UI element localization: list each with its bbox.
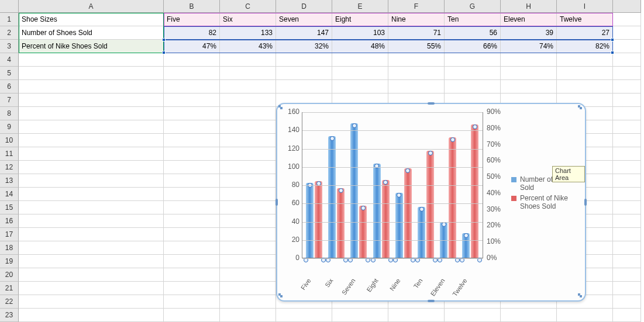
column-header[interactable]: C: [220, 0, 276, 13]
row-header[interactable]: 1: [0, 13, 19, 26]
row-header[interactable]: 5: [0, 67, 19, 80]
cell[interactable]: [19, 120, 164, 134]
row-header[interactable]: 2: [0, 26, 19, 40]
cell[interactable]: [164, 80, 220, 94]
row-header[interactable]: 13: [0, 174, 19, 188]
cell[interactable]: [220, 309, 276, 322]
cell-category[interactable]: Six: [220, 13, 276, 26]
bar-series2[interactable]: [337, 188, 345, 258]
cell[interactable]: [164, 214, 220, 228]
cell[interactable]: [220, 255, 276, 268]
cell[interactable]: [19, 214, 164, 228]
cell-value[interactable]: 48%: [332, 40, 388, 53]
legend-item[interactable]: Percent of Nike Shoes Sold: [511, 194, 584, 210]
bar-series2[interactable]: [315, 181, 322, 258]
row-header[interactable]: 22: [0, 295, 19, 309]
cell[interactable]: [445, 80, 501, 94]
cell-label[interactable]: Percent of Nike Shoes Sold: [19, 40, 164, 53]
cell[interactable]: [388, 309, 445, 322]
resize-handle-s[interactable]: [428, 300, 435, 302]
cell[interactable]: [220, 147, 276, 161]
selection-handle[interactable]: [611, 51, 614, 54]
cell[interactable]: [557, 67, 613, 80]
cell[interactable]: [164, 174, 220, 188]
column-header[interactable]: E: [332, 0, 388, 13]
row-header[interactable]: 16: [0, 214, 19, 228]
cell-value[interactable]: 82: [164, 26, 220, 40]
cell[interactable]: [613, 134, 641, 147]
cell[interactable]: [19, 174, 164, 188]
cell[interactable]: [613, 80, 641, 94]
cell[interactable]: [164, 161, 220, 174]
cell-value[interactable]: 47%: [164, 40, 220, 53]
cell[interactable]: [613, 147, 641, 161]
resize-handle-e[interactable]: [584, 199, 587, 206]
cell[interactable]: [613, 26, 641, 40]
cell[interactable]: [164, 67, 220, 80]
cell[interactable]: [164, 201, 220, 214]
cell-value[interactable]: 71: [388, 26, 445, 40]
plot-area[interactable]: [302, 112, 483, 258]
bar-series1[interactable]: [306, 183, 314, 258]
cell[interactable]: [220, 188, 276, 201]
cell[interactable]: [613, 214, 641, 228]
cell-category[interactable]: Five: [164, 13, 220, 26]
selection-handle[interactable]: [162, 51, 166, 54]
cell[interactable]: [19, 268, 164, 282]
cell[interactable]: [613, 94, 641, 107]
cell[interactable]: [332, 80, 388, 94]
cell[interactable]: [445, 67, 501, 80]
row-header[interactable]: 15: [0, 201, 19, 214]
row-header[interactable]: 4: [0, 53, 19, 67]
cell[interactable]: [613, 282, 641, 295]
resize-handle-w[interactable]: [275, 199, 278, 206]
cell[interactable]: [388, 80, 445, 94]
bar-series2[interactable]: [471, 124, 478, 258]
resize-handle-n[interactable]: [428, 102, 435, 105]
bar-series1[interactable]: [418, 207, 425, 258]
cell-value[interactable]: 133: [220, 26, 276, 40]
cell[interactable]: [220, 241, 276, 255]
row-header[interactable]: 17: [0, 228, 19, 241]
cell-label[interactable]: Number of Shoes Sold: [19, 26, 164, 40]
cell-value[interactable]: 32%: [276, 40, 332, 53]
cell-category[interactable]: Eight: [332, 13, 388, 26]
cell[interactable]: [164, 53, 220, 67]
cell[interactable]: [445, 53, 501, 67]
cell-value[interactable]: 74%: [501, 40, 557, 53]
cell[interactable]: [220, 134, 276, 147]
cell[interactable]: [613, 268, 641, 282]
chart-frame[interactable]: 020406080100120140160 0%10%20%30%40%50%6…: [276, 103, 586, 302]
cell-category[interactable]: Nine: [388, 13, 445, 26]
column-header[interactable]: F: [388, 0, 445, 13]
resize-handle-sw[interactable]: [278, 293, 284, 299]
column-header[interactable]: [613, 0, 641, 13]
cell[interactable]: [613, 255, 641, 268]
cell[interactable]: [19, 107, 164, 120]
column-header[interactable]: A: [19, 0, 164, 13]
row-header[interactable]: 8: [0, 107, 19, 120]
cell[interactable]: [613, 309, 641, 322]
cell[interactable]: [19, 188, 164, 201]
cell[interactable]: [501, 53, 557, 67]
cell[interactable]: [613, 161, 641, 174]
cell-category[interactable]: Ten: [445, 13, 501, 26]
cell[interactable]: [164, 268, 220, 282]
cell[interactable]: [613, 228, 641, 241]
cell[interactable]: [332, 53, 388, 67]
cell[interactable]: [276, 309, 332, 322]
row-header[interactable]: 11: [0, 147, 19, 161]
cell-category[interactable]: Twelve: [557, 13, 613, 26]
cell-value[interactable]: 66%: [445, 40, 501, 53]
cell[interactable]: [220, 67, 276, 80]
select-all-corner[interactable]: [0, 0, 19, 13]
cell[interactable]: [19, 255, 164, 268]
cell[interactable]: [164, 241, 220, 255]
cell[interactable]: [613, 295, 641, 309]
cell[interactable]: [19, 53, 164, 67]
bar-series1[interactable]: [395, 193, 403, 258]
cell[interactable]: [220, 201, 276, 214]
cell[interactable]: [220, 174, 276, 188]
cell[interactable]: [332, 309, 388, 322]
cell-value[interactable]: 27: [557, 26, 613, 40]
